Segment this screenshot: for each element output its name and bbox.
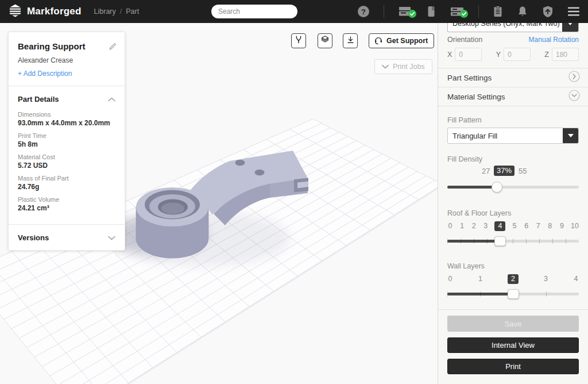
part-details-header[interactable]: Part Details — [9, 86, 125, 110]
printer-status-icon[interactable] — [398, 5, 413, 18]
search-icon[interactable] — [307, 6, 316, 17]
material-settings-content: Fill Pattern Triangular Fill Fill Densit… — [438, 116, 588, 299]
axis-x-group: X 0 — [447, 48, 482, 61]
axis-z-input[interactable]: 180 — [552, 48, 579, 61]
part-settings-title: Part Settings — [447, 74, 492, 82]
detail-item-print-time: Print Time 5h 8m — [18, 132, 115, 148]
breadcrumb: Library / Part — [94, 7, 140, 16]
fill-density-current-badge: 37% — [494, 166, 514, 176]
orientation-label: Orientation — [447, 36, 482, 44]
system-ok-check-icon — [460, 10, 468, 20]
fill-density-slider[interactable] — [447, 182, 579, 192]
axis-z-label: Z — [544, 51, 549, 59]
tick-label: 3 — [483, 222, 489, 230]
nav-divider — [384, 5, 384, 18]
detail-item-plastic-volume: Plastic Volume 24.21 cm³ — [18, 196, 115, 212]
tick-label: 4 — [573, 275, 579, 283]
rotate-branch-icon — [294, 35, 303, 47]
chevron-up-icon — [108, 94, 115, 104]
chevron-down-icon — [108, 232, 115, 243]
download-icon — [346, 36, 355, 47]
manual-rotation-link[interactable]: Manual Rotation — [529, 36, 579, 44]
svg-text:?: ? — [361, 7, 366, 16]
material-settings-title: Material Settings — [447, 93, 505, 101]
search-input[interactable] — [218, 7, 307, 16]
hamburger-menu-icon[interactable] — [567, 6, 580, 17]
roof-floor-layers-label: Roof & Floor Layers — [447, 209, 579, 217]
axis-y-label: Y — [496, 51, 501, 59]
slider-fill — [447, 186, 497, 189]
part-settings-header[interactable]: Part Settings — [438, 68, 588, 87]
print-button[interactable]: Print — [447, 359, 579, 374]
wall-layers-handle[interactable] — [508, 289, 519, 299]
fill-density-max: 55 — [519, 167, 527, 175]
notifications-bell-icon[interactable] — [517, 5, 528, 18]
panel-divider — [438, 309, 588, 310]
help-icon[interactable]: ? — [357, 5, 370, 18]
slider-notches — [447, 239, 579, 244]
search-bar[interactable] — [211, 5, 297, 18]
top-nav: Markforged Library / Part ? — [0, 0, 588, 23]
fill-density-label: Fill Density — [447, 155, 579, 163]
layer-view-button[interactable] — [318, 33, 332, 48]
print-jobs-button[interactable]: Print Jobs — [374, 59, 432, 74]
tick-label: 3 — [543, 275, 548, 283]
roof-floor-tick-labels: 012345678910 — [447, 221, 579, 231]
tick-label-active: 4 — [494, 221, 505, 231]
nav-divider — [478, 5, 479, 18]
download-part-button[interactable] — [343, 33, 358, 48]
material-settings-header[interactable]: Material Settings — [438, 87, 588, 106]
rotate-part-button[interactable] — [291, 33, 306, 48]
tick-label: 2 — [471, 222, 477, 230]
tick-label: 10 — [571, 222, 579, 230]
tick-label: 8 — [547, 222, 553, 230]
breadcrumb-library[interactable]: Library — [94, 7, 116, 16]
brand-name: Markforged — [27, 6, 82, 17]
tick-label: 0 — [447, 275, 453, 283]
axis-y-input[interactable]: 0 — [504, 48, 531, 61]
tick-label: 5 — [512, 222, 517, 230]
shield-update-icon[interactable] — [542, 5, 554, 18]
get-support-button[interactable]: Get Support — [369, 33, 434, 48]
printer-ok-check-icon — [408, 10, 416, 20]
headset-icon — [374, 36, 383, 47]
fill-pattern-select[interactable]: Triangular Fill — [447, 128, 579, 144]
axis-y-group: Y 0 — [496, 48, 531, 61]
breadcrumb-part[interactable]: Part — [126, 7, 139, 16]
markforged-hex-icon — [8, 3, 22, 20]
markforged-logo[interactable]: Markforged — [8, 3, 82, 20]
settings-panel: Desktop Series (Onyx, Mark Two) Orientat… — [438, 23, 588, 384]
tick-label-active: 2 — [508, 274, 519, 284]
tick-label: 1 — [478, 275, 483, 283]
chevron-right-circle-icon — [568, 71, 580, 85]
wall-layers-label: Wall Layers — [447, 262, 579, 270]
material-spool-icon[interactable] — [427, 5, 436, 18]
orientation-block: Orientation Manual Rotation X 0 Y 0 Z 18… — [447, 36, 579, 61]
part-model-3d[interactable] — [115, 138, 322, 293]
internal-view-button[interactable]: Internal View — [447, 337, 579, 353]
fill-pattern-dropdown-button[interactable] — [563, 128, 578, 143]
3d-viewport[interactable]: Bearing Support Alexander Crease + Add D… — [0, 23, 438, 384]
chevron-down-circle-icon — [568, 90, 580, 103]
versions-header[interactable]: Versions — [9, 225, 125, 250]
detail-item-material-cost: Material Cost 5.72 USD — [18, 153, 115, 170]
tick-label: 6 — [524, 222, 529, 230]
edit-pencil-icon[interactable] — [109, 43, 117, 53]
fill-density-handle[interactable] — [492, 182, 502, 193]
part-details-card: Bearing Support Alexander Crease + Add D… — [8, 32, 125, 251]
print-jobs-label: Print Jobs — [393, 63, 425, 71]
save-button[interactable]: Save — [447, 316, 579, 332]
part-author: Alexander Crease — [18, 56, 115, 64]
print-system-status-icon[interactable] — [450, 5, 465, 18]
clipboard-icon[interactable] — [493, 5, 503, 18]
tick-label: 0 — [447, 222, 453, 230]
axis-x-input[interactable]: 0 — [455, 48, 482, 61]
fill-pattern-label: Fill Pattern — [447, 116, 579, 124]
tick-label: 9 — [559, 222, 564, 230]
part-title: Bearing Support — [18, 41, 115, 51]
panel-action-buttons: Save Internal View Print — [447, 316, 579, 374]
wall-layers-slider[interactable] — [447, 289, 579, 299]
add-description-link[interactable]: + Add Description — [18, 70, 115, 78]
roof-floor-layers-slider[interactable] — [447, 236, 579, 246]
roof-floor-handle[interactable] — [494, 236, 506, 246]
